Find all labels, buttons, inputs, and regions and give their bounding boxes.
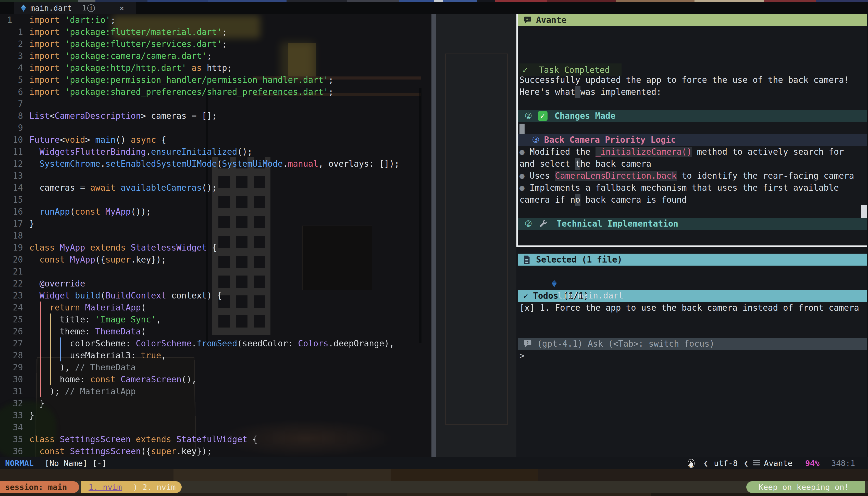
line-number: 15: [0, 194, 23, 206]
line-number: 7: [0, 98, 23, 110]
line-number: 36: [0, 445, 23, 457]
code-line[interactable]: 14 cameras = await availableCameras();: [0, 182, 432, 194]
dart-icon: [551, 280, 557, 288]
code-editor[interactable]: 1import 'dart:io';1import 'package:flutt…: [0, 14, 432, 457]
svg-text:?: ?: [526, 341, 529, 345]
tmux-statusbar: session: main 1. nvim ) 2. nvim Keep on …: [0, 481, 868, 493]
code-line[interactable]: 27 colorScheme: ColorScheme.fromSeed(see…: [0, 338, 432, 350]
wallpaper-bottom-sliver: [0, 493, 868, 496]
prompt-input[interactable]: >: [520, 350, 525, 362]
code-line[interactable]: 1import 'package:flutter/material.dart';: [0, 26, 432, 38]
ask-input-header[interactable]: ? (gpt-4.1) Ask (<Tab>: switch focus): [518, 338, 867, 350]
chat-text-line: Here's what was implemented:: [520, 86, 661, 98]
linux-tux-icon: [687, 459, 695, 468]
line-number: 9: [0, 122, 23, 134]
wrench-icon: [538, 219, 548, 228]
selected-file-row[interactable]: lib/main.dart: [521, 266, 624, 278]
code-line[interactable]: 30 home: const CameraScreen(),: [0, 373, 432, 385]
code-line[interactable]: 12 SystemChrome.setEnabledSystemUIMode(S…: [0, 158, 432, 170]
code-line[interactable]: 22 @override: [0, 278, 432, 290]
line-number: 19: [0, 242, 23, 253]
line-number: 10: [0, 134, 23, 146]
avante-sidebar: Avante ✓Task Completed Successfully upda…: [517, 14, 868, 457]
window-border-bottom: [517, 246, 867, 247]
chat-text-line: Successfully updated the app to force th…: [520, 74, 849, 86]
code-line[interactable]: 10Future<void> main() async {: [0, 134, 432, 146]
code-line[interactable]: 31 ); // MaterialApp: [0, 385, 432, 397]
chat-text-line: and select the back camera: [520, 158, 652, 170]
code-line[interactable]: 26 theme: ThemeData(: [0, 325, 432, 338]
code-line[interactable]: 5import 'package:permission_handler/perm…: [0, 74, 432, 86]
todos-check-icon: ✓: [523, 291, 528, 301]
code-line[interactable]: 21: [0, 266, 432, 278]
wallpaper-right-sliver: [867, 14, 868, 457]
tmux-window-2[interactable]: 2. nvim: [143, 481, 176, 493]
tmux-session: session: main: [0, 481, 79, 493]
code-line[interactable]: 18: [0, 230, 432, 242]
line-number: 26: [0, 325, 23, 338]
line-number: 28: [0, 350, 23, 361]
code-line[interactable]: 35class SettingsScreen extends StatefulW…: [0, 433, 432, 445]
tabline: main.dart 1i ✕: [0, 2, 868, 14]
line-number: 12: [0, 158, 23, 170]
wallpaper-door-frame: [445, 53, 508, 425]
tmux-window-1[interactable]: 1. nvim: [89, 481, 122, 493]
code-line[interactable]: 9: [0, 122, 432, 134]
code-line[interactable]: 15: [0, 194, 432, 206]
code-line[interactable]: 29 ), // ThemeData: [0, 361, 432, 373]
window-border-left: [517, 14, 518, 247]
tab-title: main.dart: [30, 3, 72, 13]
code-line[interactable]: 7: [0, 98, 432, 110]
changes-made-header: ② ✓ Changes Made: [518, 110, 867, 122]
code-line[interactable]: 36 const SettingsScreen({super.key});: [0, 445, 432, 457]
wallpaper-gap-strip: [0, 469, 868, 481]
editor-scrollbar[interactable]: [432, 14, 436, 457]
code-line[interactable]: 28 useMaterial3: true,: [0, 350, 432, 361]
scroll-percent: 94%: [805, 457, 820, 469]
line-number: 33: [0, 409, 23, 421]
code-line[interactable]: 20 const MyApp({super.key});: [0, 253, 432, 266]
tab-close-icon[interactable]: ✕: [119, 3, 124, 13]
code-line[interactable]: 8List<CameraDescription> cameras = [];: [0, 110, 432, 122]
nvim-terminal-screen: main.dart 1i ✕ 1import 'dart:io';1import…: [0, 0, 868, 496]
chat-text-line: camera if no back camera is found: [520, 194, 687, 206]
wallpaper-door-area: [436, 14, 517, 457]
code-line[interactable]: 16 runApp(const MyApp());: [0, 206, 432, 218]
chat-text-line: ● Uses CameraLensDirection.back to ident…: [520, 170, 854, 182]
code-line[interactable]: 11 WidgetsFlutterBinding.ensureInitializ…: [0, 146, 432, 158]
code-line[interactable]: 6import 'package:shared_preferences/shar…: [0, 86, 432, 98]
code-line[interactable]: 2import 'package:flutter/services.dart';: [0, 38, 432, 50]
line-number: 31: [0, 385, 23, 397]
lines-icon: [753, 460, 760, 466]
cursor-position: 348:1: [831, 457, 855, 469]
code-line[interactable]: 1import 'dart:io';: [0, 14, 432, 26]
line-number: 24: [0, 301, 23, 313]
chat-text-line: ● Modified the _initializeCamera() metho…: [520, 146, 844, 158]
selected-files-header: Selected (1 file): [518, 253, 867, 266]
wallpaper-top-sliver: [0, 0, 868, 2]
code-line[interactable]: 33}: [0, 409, 432, 421]
code-line[interactable]: 13: [0, 170, 432, 182]
line-number: 30: [0, 373, 23, 385]
code-line[interactable]: 17}: [0, 218, 432, 230]
code-line[interactable]: 24 return MaterialApp(: [0, 301, 432, 313]
todo-item: [x] 1. Force the app to use the back cam…: [520, 302, 859, 314]
line-number: 34: [0, 421, 23, 433]
line-number: 5: [0, 74, 23, 86]
code-line[interactable]: 32 }: [0, 397, 432, 409]
line-number: 13: [0, 170, 23, 182]
code-line[interactable]: 25 title: 'Image Sync',: [0, 313, 432, 325]
separator-icon: ❮: [744, 457, 749, 469]
line-number: 29: [0, 361, 23, 373]
tab-main-dart[interactable]: main.dart 1i ✕: [14, 2, 136, 14]
code-line[interactable]: 19class MyApp extends StatelessWidget {: [0, 242, 432, 253]
line-number: 25: [0, 313, 23, 325]
speech-bubble-question-icon: ?: [523, 340, 532, 348]
code-line[interactable]: 23 Widget build(BuildContext context) {: [0, 290, 432, 301]
line-number: 17: [0, 218, 23, 230]
filetype: Avante: [764, 457, 792, 469]
code-line[interactable]: 34: [0, 421, 432, 433]
back-camera-subheader: ③ Back Camera Priority Logic: [518, 134, 867, 146]
code-line[interactable]: 4import 'package:http/http.dart' as http…: [0, 62, 432, 74]
code-line[interactable]: 3import 'package:camera/camera.dart';: [0, 50, 432, 62]
